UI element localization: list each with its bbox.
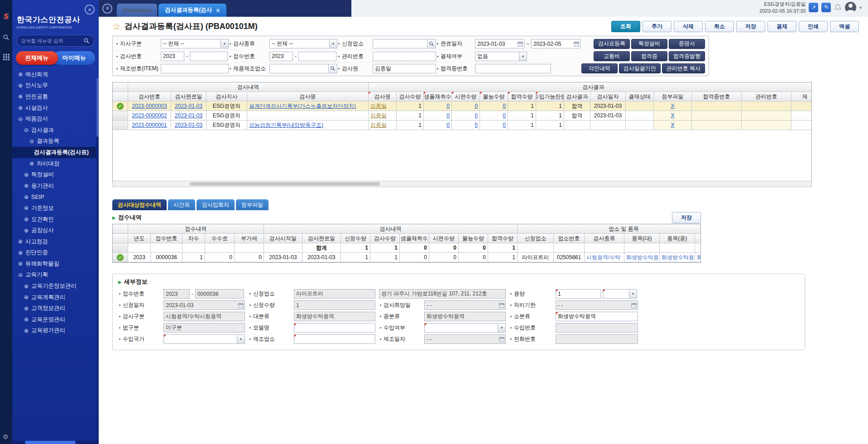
grid-column-header[interactable]: 결재상태: [626, 92, 654, 101]
inspection-no-serial[interactable]: [190, 52, 228, 61]
filter-button[interactable]: 관리번호 복사: [662, 63, 705, 73]
grid-column-header[interactable]: 합격증번호: [692, 92, 742, 101]
search-icon[interactable]: [3, 34, 10, 41]
applicant-address-input[interactable]: [379, 290, 505, 298]
receipt-cell[interactable]: 화생방수탁용역: [660, 253, 695, 262]
inspection-no-year[interactable]: [161, 52, 184, 61]
inspector-input[interactable]: [373, 64, 436, 73]
applicant-search-input[interactable]: [373, 39, 427, 48]
search-icon[interactable]: [427, 39, 436, 48]
receipt-no-filter-year-input[interactable]: [270, 52, 293, 61]
grid-column-header[interactable]: 검사지사: [206, 92, 247, 101]
mgmt-no-input[interactable]: [373, 52, 436, 61]
receipt-column-header[interactable]: 부가세: [235, 234, 264, 243]
phone-input[interactable]: [556, 335, 638, 343]
grid-cell[interactable]: [692, 111, 742, 121]
grid-cell[interactable]: 2023-01-03: [171, 101, 206, 111]
approval-select[interactable]: 없음▼: [475, 52, 527, 61]
receipt-row[interactable]: ✓202300000361002023-01-032023-01-0311000…: [113, 253, 701, 262]
dropdown-arrow-icon[interactable]: ▼: [498, 323, 505, 332]
menu-search-input[interactable]: [21, 38, 81, 43]
grid-cell[interactable]: 0: [452, 101, 480, 111]
grid-column-header[interactable]: 첨부파일: [654, 92, 692, 101]
grid-row-header[interactable]: [113, 111, 128, 121]
receipt-cell[interactable]: 0000036: [151, 253, 182, 262]
grid-cell[interactable]: [791, 121, 812, 130]
category-major-input[interactable]: [294, 312, 375, 321]
receipt-no-filter-serial-input[interactable]: [299, 52, 336, 61]
receipt-column-header[interactable]: 신청업소: [518, 234, 554, 243]
sidebar-item[interactable]: ⊕용기관리: [12, 180, 99, 192]
grid-column-header[interactable]: 검사원: [369, 92, 397, 101]
apps-grid-icon[interactable]: [3, 53, 10, 61]
receipt-cell[interactable]: 1: [488, 253, 518, 262]
hamburger-menu-icon[interactable]: ≡: [102, 4, 112, 14]
complete-date-range-to[interactable]: 2023-02-05: [531, 39, 580, 48]
grid-column-header[interactable]: 검사결과: [564, 92, 590, 101]
receipt-column-header[interactable]: 검사수량: [370, 234, 400, 243]
grid-cell[interactable]: 0: [480, 111, 508, 121]
grid-cell[interactable]: [742, 121, 791, 130]
import-no-input[interactable]: [556, 323, 638, 332]
external-link-icon[interactable]: ↗: [809, 3, 818, 12]
grid-column-header[interactable]: 수입가능잔량: [536, 92, 564, 101]
sidebar-item[interactable]: ⊕특정설비: [12, 169, 99, 180]
sidebar-collapse-button[interactable]: «: [85, 5, 95, 14]
grid-cell[interactable]: 김종일: [369, 101, 397, 111]
sidebar-item[interactable]: ⊕공장심사: [12, 225, 99, 236]
sidebar-item[interactable]: ⊕교육계획관리: [12, 292, 99, 303]
filter-button[interactable]: 검사표등록: [594, 39, 630, 49]
notification-bell-icon[interactable]: [834, 4, 842, 11]
receipt-no-serial[interactable]: [195, 289, 244, 299]
filter-button[interactable]: 합격증: [631, 51, 667, 61]
receipt-cell[interactable]: 2023-01-03: [302, 253, 341, 262]
receipt-cell[interactable]: 0: [235, 253, 264, 262]
grid-cell[interactable]: [626, 111, 654, 121]
receipt-column-header[interactable]: 샘플채취수: [400, 234, 429, 243]
sidebar-item[interactable]: ⊖결과등록: [12, 136, 99, 147]
grid-cell[interactable]: 김종일: [369, 121, 397, 130]
receipt-column-header[interactable]: 불능수량: [459, 234, 488, 243]
search-icon[interactable]: [328, 64, 337, 73]
tab-close-icon[interactable]: ×: [216, 7, 220, 14]
sidebar-item[interactable]: ⊕SEIP: [12, 192, 99, 203]
sidebar-item[interactable]: ⊕교육기준정보관리: [12, 280, 99, 292]
sidebar-item[interactable]: ⊕유해화학물질: [12, 258, 99, 270]
grid-column-header[interactable]: 불능수량: [480, 92, 508, 101]
receipt-cell[interactable]: 2023-01-03: [264, 253, 302, 262]
receipt-cell[interactable]: 0: [400, 253, 429, 262]
applicant-search[interactable]: [373, 39, 436, 48]
grid-cell[interactable]: [564, 121, 590, 130]
sidebar-item[interactable]: 검사결과등록(검사표): [12, 147, 99, 158]
sidebar-item[interactable]: ⊕요건확인: [12, 214, 99, 225]
sidebar-item[interactable]: ⊖교육기획: [12, 270, 99, 281]
grid-cell[interactable]: 0: [424, 121, 452, 130]
bottom-tab[interactable]: 검사대상접수내역: [112, 199, 167, 210]
grid-cell[interactable]: X: [654, 101, 692, 111]
receipt-column-header[interactable]: 신청수량: [341, 234, 370, 243]
applicant[interactable]: [294, 289, 375, 299]
grid-row[interactable]: 2023-00000022023-01-03ESG경영처김종일100011합격2…: [113, 111, 812, 121]
grid-cell[interactable]: 설계단계검사기록부(가스누출경보차단장치): [247, 101, 369, 111]
inspection-no-serial-input[interactable]: [190, 52, 227, 61]
grid-cell[interactable]: 0: [424, 101, 452, 111]
dropdown-arrow-icon[interactable]: ▼: [629, 290, 637, 298]
import-country[interactable]: ▼: [163, 334, 245, 344]
receipt-column-header[interactable]: 검사시작일: [264, 234, 302, 243]
grid-cell[interactable]: 2023-0000001: [128, 121, 171, 130]
grid-cell[interactable]: 1: [397, 101, 424, 111]
receipt-cell[interactable]: 화생방수탁용역: [695, 253, 701, 262]
receipt-save-button[interactable]: 저장: [672, 212, 701, 223]
search-button[interactable]: 조회: [611, 21, 640, 32]
grid-cell[interactable]: 1: [536, 101, 564, 111]
print-button[interactable]: 인쇄: [799, 21, 828, 32]
grid-column-header[interactable]: 검사일자: [590, 92, 626, 101]
sidebar-item[interactable]: ⊕시설검사: [12, 102, 99, 114]
apply-qty-input[interactable]: [294, 301, 375, 309]
cancel-button[interactable]: 취소: [705, 21, 734, 32]
tab-active[interactable]: 검사결과등록(검사×: [158, 4, 226, 17]
receipt-no-year-input[interactable]: [164, 290, 189, 298]
receipt-cell[interactable]: 02505661: [554, 253, 585, 262]
excel-button[interactable]: 엑셀: [830, 21, 859, 32]
save-button[interactable]: 저장: [736, 21, 765, 32]
